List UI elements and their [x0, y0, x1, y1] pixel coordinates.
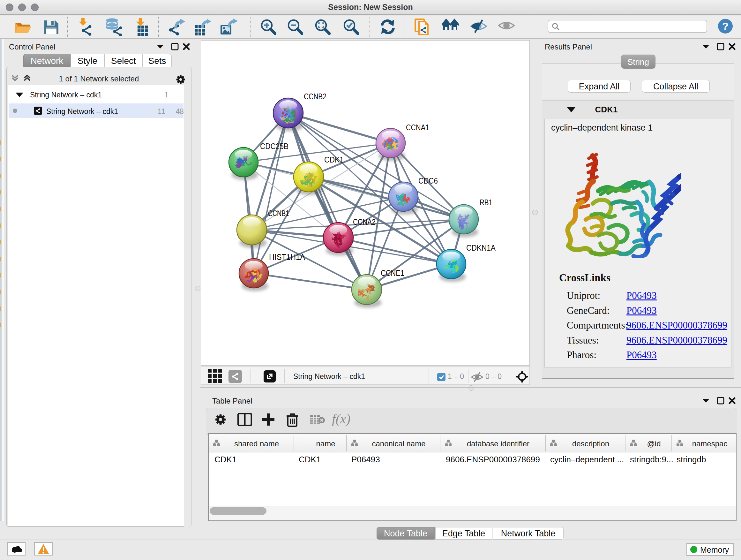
svg-text:CCNB1: CCNB1: [268, 208, 289, 218]
svg-text:CCNE1: CCNE1: [381, 268, 404, 278]
svg-text:CDKN1A: CDKN1A: [466, 243, 496, 253]
svg-text:CDK1: CDK1: [324, 155, 344, 165]
svg-text:CDC25B: CDC25B: [260, 141, 288, 151]
svg-text:HIST1H1A: HIST1H1A: [269, 252, 306, 262]
svg-text:CCNA2: CCNA2: [353, 217, 376, 227]
svg-text:CCNA1: CCNA1: [406, 123, 429, 132]
svg-text:CDC6: CDC6: [418, 176, 438, 186]
svg-text:CCNB2: CCNB2: [304, 91, 327, 101]
svg-text:RB1: RB1: [480, 198, 492, 207]
